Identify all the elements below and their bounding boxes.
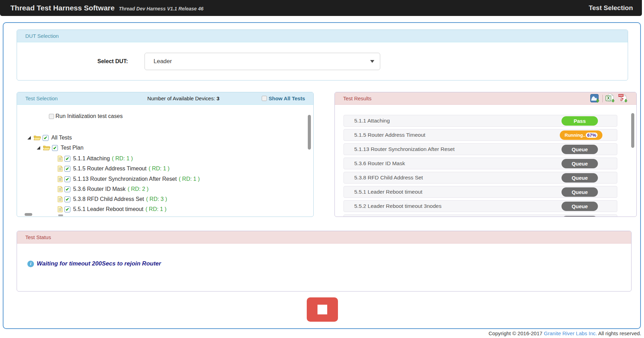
available-devices-label: Number of Available Devices: — [147, 95, 215, 101]
tree-node-test-plan[interactable]: ✔ Test Plan — [37, 144, 84, 152]
icon-separator — [602, 95, 603, 102]
test-checkbox[interactable]: ✔ — [64, 166, 70, 172]
excel-export-icon[interactable]: X — [606, 94, 615, 103]
available-devices-count: 3 — [217, 95, 219, 101]
status-badge-queue: Queue — [562, 145, 598, 154]
result-row[interactable]: 5.5.1 Leader Reboot timeout Queue — [343, 186, 617, 198]
result-test-name: 5.3.6 Router ID Mask — [354, 160, 405, 167]
svg-text:X: X — [607, 96, 610, 101]
test-rd: ( RD: 2 ) — [128, 186, 148, 192]
status-badge-pass: Pass — [562, 116, 598, 126]
result-row[interactable]: 5.5.2 Leader Reboot timeout 3nodes Queue — [343, 200, 617, 212]
test-name: 5.1.1 Attaching — [73, 155, 110, 162]
test-checkbox[interactable]: ✔ — [64, 206, 70, 212]
run-initialization-row: Run Initialization test cases — [49, 113, 123, 119]
copyright-suffix: All rights reserved. — [598, 330, 641, 336]
select-dut-label: Select DUT: — [76, 58, 128, 65]
result-test-name: 5.1.5 Router Address Timeout — [354, 132, 425, 138]
vertical-scrollbar-thumb[interactable] — [631, 113, 634, 148]
run-initialization-label: Run Initialization test cases — [55, 113, 123, 119]
test-results-header: Test Results — [335, 92, 636, 105]
test-status-panel: Test Status i Waiting for timeout 200Sec… — [17, 231, 632, 291]
dut-selection-panel: DUT Selection Select DUT: Leader — [17, 29, 628, 81]
info-icon: i — [27, 261, 34, 267]
company-link[interactable]: Granite River Labs Inc. — [544, 330, 597, 336]
dut-select-dropdown[interactable]: Leader — [145, 53, 380, 70]
test-name: 5.3.8 RFD Child Address Set — [73, 196, 144, 202]
wireshark-export-icon[interactable] — [590, 94, 600, 103]
stop-icon — [317, 305, 327, 314]
tree-node-label: Test Plan — [61, 145, 84, 151]
tree-node-all-tests[interactable]: ✔ All Tests — [27, 134, 72, 142]
app-title: Thread Test Harness Software — [10, 4, 115, 12]
status-badge-queue: Queue — [562, 159, 598, 168]
result-test-name: 5.3.8 RFD Child Address Set — [354, 175, 423, 181]
result-test-name: 5.1.1 Attaching — [354, 118, 390, 124]
vertical-scrollbar-thumb[interactable] — [308, 115, 311, 150]
tree-test-item[interactable]: ✔ 5.3.6 Router ID Mask ( RD: 2 ) — [58, 185, 149, 193]
result-row[interactable]: 5.1.1 Attaching Pass — [343, 115, 617, 127]
result-test-name: 5.5.2 Leader Reboot timeout 3nodes — [354, 203, 442, 209]
tree-checkbox-checked[interactable]: ✔ — [43, 135, 49, 141]
tree-expand-caret[interactable] — [37, 146, 40, 150]
tree-test-item[interactable]: ✔ 5.5.1 Leader Reboot timeout ( RD: 1 ) — [58, 205, 166, 213]
test-selection-title: Test Selection — [25, 95, 105, 101]
tree-test-item[interactable]: ✔ 5.1.13 Router Synchronization After Re… — [58, 175, 200, 183]
status-badge-clipped — [562, 216, 598, 217]
test-selection-header: Test Selection Number of Available Devic… — [17, 92, 313, 105]
tree-test-item[interactable]: ✔ 5.1.1 Attaching ( RD: 1 ) — [58, 155, 133, 162]
status-badge-queue: Queue — [562, 202, 598, 211]
document-icon — [58, 166, 63, 172]
tree-test-item[interactable]: ✔ 5.3.8 RFD Child Address Set ( RD: 3 ) — [58, 195, 167, 203]
svg-text:PDF: PDF — [619, 94, 623, 96]
dut-selection-header: DUT Selection — [17, 30, 628, 42]
result-row[interactable]: 5.1.13 Router Synchronization After Rese… — [343, 143, 617, 155]
test-results-panel: Test Results — [334, 92, 637, 217]
folder-icon — [43, 145, 50, 151]
test-rd: ( RD: 1 ) — [112, 155, 133, 162]
result-test-name: 5.1.13 Router Synchronization After Rese… — [354, 146, 455, 152]
test-name: 5.5.1 Leader Reboot timeout — [73, 206, 143, 212]
test-selection-panel: Test Selection Number of Available Devic… — [17, 92, 314, 217]
status-badge-queue: Queue — [562, 187, 598, 197]
document-icon — [58, 186, 63, 192]
test-checkbox[interactable]: ✔ — [64, 196, 70, 202]
test-name: 5.1.5 Router Address Timeout — [73, 166, 147, 172]
test-status-header: Test Status — [17, 231, 631, 244]
tree-checkbox-checked[interactable]: ✔ — [52, 145, 58, 151]
document-icon — [58, 176, 63, 182]
test-results-title: Test Results — [343, 95, 372, 101]
tree-expand-caret[interactable] — [27, 136, 31, 140]
result-row[interactable]: 5.1.5 Router Address Timeout Running.. 6… — [343, 129, 617, 141]
result-row-clipped — [343, 214, 617, 217]
main-container: DUT Selection Select DUT: Leader Test Se… — [3, 22, 641, 329]
status-badge-running: Running.. 67% — [560, 130, 602, 140]
app-subtitle: Thread Dev Harness V1.1 Release 46 — [119, 6, 203, 11]
result-row[interactable]: 5.3.6 Router ID Mask Queue — [343, 158, 617, 169]
test-rd: ( RD: 1 ) — [149, 166, 169, 172]
test-name: 5.1.13 Router Synchronization After Rese… — [73, 176, 177, 182]
footer-copyright: Copyright © 2016-2017 Granite River Labs… — [489, 330, 641, 336]
document-icon — [58, 196, 63, 202]
result-row[interactable]: 5.3.8 RFD Child Address Set Queue — [343, 172, 617, 184]
show-all-tests-checkbox[interactable] — [262, 96, 267, 101]
folder-icon — [34, 135, 41, 141]
tree-test-item[interactable]: ✔ 5.1.5 Router Address Timeout ( RD: 1 ) — [58, 165, 169, 172]
show-all-tests-label: Show All Tests — [269, 95, 305, 101]
page: Thread Test Harness Software Thread Dev … — [0, 0, 644, 338]
result-test-name: 5.5.1 Leader Reboot timeout — [354, 189, 422, 195]
pdf-export-icon[interactable]: PDF — [618, 94, 628, 103]
progress-percent: 67% — [586, 133, 598, 138]
available-devices-text: Number of Available Devices: 3 — [105, 95, 262, 101]
status-badge-queue: Queue — [562, 173, 598, 183]
document-icon — [58, 206, 63, 212]
test-checkbox[interactable]: ✔ — [64, 186, 70, 192]
horizontal-scrollbar-thumb[interactable] — [25, 213, 32, 216]
dut-selection-body: Select DUT: Leader — [17, 42, 628, 81]
run-initialization-checkbox[interactable] — [49, 114, 54, 119]
test-checkbox[interactable]: ✔ — [64, 176, 70, 182]
stop-button[interactable] — [307, 297, 338, 322]
test-checkbox[interactable]: ✔ — [64, 156, 70, 162]
test-rd: ( RD: 1 ) — [146, 206, 166, 212]
status-message: Waiting for timeout 200Secs to rejoin Ro… — [37, 260, 161, 267]
